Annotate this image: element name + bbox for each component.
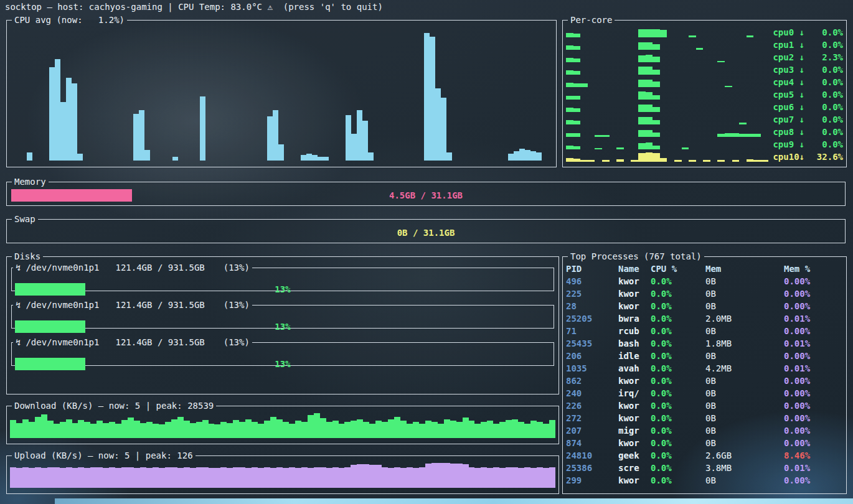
- chart-bar: [190, 423, 196, 438]
- chart-bar: [653, 29, 660, 37]
- chart-bar: [66, 419, 72, 438]
- process-pid: 496: [566, 276, 618, 286]
- core-row: cpu5 ↓0.0%: [566, 88, 843, 101]
- chart-bar: [90, 467, 97, 488]
- chart-bar: [375, 421, 382, 438]
- per-core-rows: cpu0 ↓0.0%cpu1 ↓0.0%cpu2 ↓2.3%cpu3 ↓0.0%…: [566, 26, 843, 163]
- core-row: cpu1 ↓0.0%: [566, 39, 843, 51]
- process-pid: 25386: [566, 463, 618, 473]
- chart-bar: [22, 419, 29, 438]
- chart-bar: [41, 468, 47, 488]
- desktop-background-strip: [55, 498, 853, 504]
- chart-bar: [394, 417, 400, 438]
- chart-bar: [339, 424, 345, 438]
- chart-bar: [573, 34, 581, 37]
- chart-bar: [660, 30, 667, 37]
- chart-bar: [646, 55, 653, 62]
- chart-bar: [115, 424, 121, 438]
- process-name: geek: [618, 450, 651, 460]
- process-pid: 240: [566, 388, 618, 398]
- chart-bar: [357, 419, 363, 438]
- disk-info: ↯/dev/nvme0n1p1121.4GB / 931.5GB(13%): [13, 337, 252, 347]
- process-name: idle: [618, 351, 651, 361]
- process-row: 240irq/0.0%0B0.00%: [566, 387, 843, 399]
- process-mem: 0B: [705, 289, 784, 299]
- chart-bar: [566, 133, 573, 137]
- chart-bar: [638, 67, 646, 75]
- chart-bar: [646, 92, 653, 100]
- core-row: cpu7 ↓0.0%: [566, 113, 843, 126]
- process-cpu: 0.0%: [651, 301, 705, 311]
- chart-bar: [674, 160, 682, 162]
- swap-title: Swap: [12, 214, 38, 224]
- chart-bar: [103, 468, 109, 488]
- process-name: kwor: [618, 276, 651, 286]
- process-mem-percent: 0.00%: [784, 401, 843, 411]
- core-label: cpu7 ↓: [773, 114, 804, 124]
- chart-bar: [638, 55, 646, 62]
- chart-bar: [326, 468, 332, 488]
- process-mem-percent: 0.00%: [784, 376, 843, 386]
- column-header: Mem: [705, 264, 784, 274]
- chart-bar: [487, 421, 493, 438]
- process-cpu: 0.0%: [651, 388, 705, 398]
- chart-bar: [573, 58, 581, 62]
- chart-bar: [41, 414, 47, 438]
- process-mem-percent: 8.46%: [784, 450, 843, 460]
- memory-title: Memory: [12, 177, 49, 187]
- chart-bar: [646, 152, 653, 161]
- process-mem-percent: 0.00%: [784, 301, 843, 311]
- core-value: 0.0%: [809, 40, 843, 50]
- chart-bar: [368, 152, 374, 161]
- chart-bar: [602, 135, 610, 137]
- process-row: 1035avah0.0%4.2MB0.01%: [566, 362, 843, 375]
- disk-usage-label: 13%: [12, 320, 554, 333]
- chart-bar: [407, 424, 413, 438]
- chart-bar: [530, 151, 536, 161]
- chart-bar: [717, 61, 725, 62]
- chart-bar: [717, 134, 725, 137]
- chart-bar: [638, 80, 646, 87]
- chart-bar: [139, 110, 144, 161]
- disk-path: /dev/nvme0n1p1: [26, 300, 99, 310]
- chart-bar: [165, 467, 171, 488]
- process-mem: 0B: [705, 376, 784, 386]
- chart-bar: [456, 464, 463, 488]
- chart-bar: [332, 467, 339, 488]
- core-row: cpu8 ↓0.0%: [566, 126, 843, 138]
- memory-meter: 4.5GB / 31.1GB: [10, 189, 842, 202]
- chart-bar: [121, 420, 128, 438]
- chart-bar: [128, 418, 134, 438]
- process-name: kwor: [618, 401, 651, 411]
- chart-bar: [134, 421, 140, 438]
- disk-icon: ↯: [16, 300, 21, 310]
- chart-bar: [72, 468, 78, 488]
- download-chart: [10, 413, 555, 438]
- chart-bar: [616, 159, 624, 161]
- chart-bar: [78, 420, 84, 438]
- chart-bar: [481, 467, 487, 488]
- chart-bar: [60, 102, 66, 161]
- core-value: 0.0%: [809, 77, 843, 87]
- chart-bar: [214, 424, 220, 438]
- chart-bar: [566, 146, 573, 149]
- chart-bar: [400, 421, 407, 438]
- process-row: 24810geek0.0%2.6GB8.46%: [566, 449, 843, 462]
- process-mem-percent: 0.00%: [784, 326, 843, 336]
- chart-bar: [55, 59, 60, 161]
- process-row: 272kwor0.0%0B0.00%: [566, 412, 843, 424]
- chart-bar: [177, 468, 184, 488]
- chart-bar: [753, 160, 761, 161]
- process-pid: 226: [566, 401, 618, 411]
- process-mem-percent: 0.00%: [784, 388, 843, 398]
- chart-bar: [301, 155, 306, 161]
- column-header: CPU %: [651, 264, 705, 274]
- chart-bar: [524, 467, 530, 488]
- chart-bar: [419, 424, 425, 438]
- chart-bar: [646, 67, 653, 75]
- chart-bar: [326, 422, 332, 438]
- process-row: 206idle0.0%0B0.00%: [566, 350, 843, 362]
- chart-bar: [220, 422, 227, 438]
- chart-bar: [388, 419, 394, 438]
- chart-bar: [278, 144, 284, 161]
